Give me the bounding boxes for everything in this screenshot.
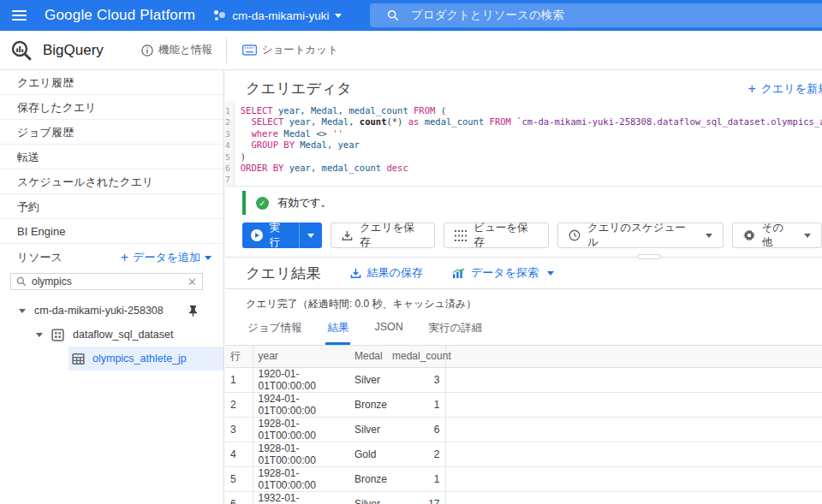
schedule-query-button[interactable]: クエリのスケジュール (557, 222, 724, 248)
add-data-label: データを追加 (133, 250, 200, 265)
table-cell: 3 (387, 367, 445, 392)
sidebar-item-3[interactable]: 転送 (0, 145, 223, 169)
table-row[interactable]: 61932-01-01T00:00:00Silver17 (225, 491, 822, 504)
sidebar: クエリ履歴保存したクエリジョブ履歴転送スケジュールされたクエリ予約BI Engi… (0, 70, 224, 504)
clock-icon (569, 229, 581, 241)
query-editor-title: クエリエディタ (246, 79, 352, 98)
resources-row: リソース + データを追加 (0, 244, 223, 271)
menu-icon[interactable] (3, 0, 34, 31)
sidebar-item-2[interactable]: ジョブ履歴 (0, 120, 223, 145)
table-cell: 1 (387, 466, 445, 491)
run-label: 実行 (270, 221, 290, 250)
sidebar-item-6[interactable]: BI Engine (0, 219, 223, 244)
expand-arrow-icon[interactable] (36, 333, 43, 337)
features-info-label: 機能と情報 (158, 43, 212, 57)
validation-message: 有効です。 (277, 196, 331, 210)
table-cell: 1928-01-01T00:00:00 (253, 466, 349, 491)
expand-arrow-icon[interactable] (19, 309, 26, 313)
save-query-button[interactable]: クエリを保存 (331, 222, 435, 248)
table-cell: 1928-01-01T00:00:00 (253, 417, 349, 442)
global-search-input[interactable]: プロダクトとリソースの検索 (370, 3, 822, 27)
results-tabs: ジョブ情報結果JSON実行の詳細 (225, 315, 822, 346)
save-results-label: 結果の保存 (367, 265, 423, 281)
sql-code[interactable]: SELECT year, Medal, medal_count FROM ( S… (235, 101, 822, 186)
table-cell: 1920-01-01T00:00:00 (253, 367, 349, 392)
run-options-dropdown[interactable] (300, 222, 322, 248)
gcp-brand[interactable]: Google Cloud Platform (45, 7, 195, 24)
sidebar-item-5[interactable]: 予約 (0, 194, 223, 219)
global-search-placeholder: プロダクトとリソースの検索 (411, 8, 564, 23)
tree-item-dataset[interactable]: dataflow_sql_dataset (0, 323, 223, 347)
pin-icon[interactable] (188, 305, 198, 317)
table-row[interactable]: 11920-01-01T00:00:00Silver3 (225, 367, 822, 392)
bigquery-header: BigQuery 機能と情報 ショートカット (0, 31, 822, 70)
tree-item-table-selected[interactable]: olympics_athlete_jp (68, 347, 223, 371)
features-info-link[interactable]: 機能と情報 (141, 43, 212, 57)
gcp-top-bar: Google Cloud Platform cm-da-mikami-yuki … (0, 0, 822, 31)
table-cell: 6 (225, 491, 253, 504)
column-header-2: Medal (349, 346, 387, 367)
table-cell: 3 (225, 417, 253, 442)
clear-search-icon[interactable]: ✕ (188, 276, 197, 288)
save-icon (342, 230, 353, 241)
panel-resize-handle[interactable] (637, 254, 661, 259)
table-row[interactable]: 41928-01-01T00:00:00Gold2 (225, 442, 822, 466)
tab-3[interactable]: 実行の詳細 (427, 315, 485, 345)
sidebar-item-0[interactable]: クエリ履歴 (0, 70, 223, 95)
header-divider (226, 38, 227, 63)
table-cell (445, 392, 822, 417)
resource-search-input[interactable] (32, 276, 182, 288)
gear-icon (743, 229, 755, 241)
explore-data-button[interactable]: データを探索 (452, 265, 554, 281)
chart-icon (452, 268, 465, 279)
table-cell: Silver (349, 367, 387, 392)
chevron-down-icon (307, 234, 314, 238)
table-cell: 2 (387, 442, 445, 466)
shortcuts-link[interactable]: ショートカット (242, 43, 338, 57)
sql-line-1[interactable]: SELECT year, Medal, medal_count FROM ( (241, 105, 822, 116)
table-cell (445, 417, 822, 442)
sql-line-2[interactable]: SELECT year, Medal, count(*) as medal_co… (241, 116, 822, 127)
results-table-header: 行yearMedalmedal_count (225, 346, 822, 367)
valid-check-icon: ✓ (256, 197, 269, 210)
table-cell: 17 (387, 491, 445, 504)
tab-1[interactable]: 結果 (325, 315, 350, 345)
tab-2[interactable]: JSON (372, 315, 404, 345)
save-query-label: クエリを保存 (360, 221, 424, 250)
save-view-button[interactable]: ビューを保存 (444, 222, 549, 248)
sql-editor[interactable]: 1234567 SELECT year, Medal, medal_count … (225, 101, 822, 187)
table-row[interactable]: 31928-01-01T00:00:00Silver6 (225, 417, 822, 442)
save-view-label: ビューを保存 (474, 221, 538, 250)
shortcuts-label: ショートカット (262, 43, 338, 57)
save-results-button[interactable]: 結果の保存 (350, 265, 423, 281)
table-cell: 2 (225, 392, 253, 417)
table-cell: 1 (225, 367, 253, 392)
table-row[interactable]: 51928-01-01T00:00:00Bronze1 (225, 466, 822, 491)
project-selector[interactable]: cm-da-mikami-yuki (214, 9, 342, 22)
tree-item-project[interactable]: cm-da-mikami-yuki-258308 (0, 299, 223, 323)
sidebar-nav: クエリ履歴保存したクエリジョブ履歴転送スケジュールされたクエリ予約BI Engi… (0, 70, 223, 244)
sql-line-6[interactable]: ORDER BY year, medal_count desc (241, 163, 822, 174)
table-cell: 1 (387, 392, 445, 417)
more-options-button[interactable]: その他 (732, 222, 822, 248)
new-query-label: クエリを新規 (761, 81, 822, 97)
query-editor-header: クエリエディタ + クエリを新規 (225, 70, 822, 101)
line-numbers: 1234567 (225, 101, 235, 186)
sql-line-4[interactable]: GROUP BY Medal, year (241, 139, 822, 151)
sidebar-item-1[interactable]: 保存したクエリ (0, 95, 223, 120)
run-query-button[interactable]: 実行 (242, 222, 322, 248)
query-actions-toolbar: 実行 クエリを保存 ビューを保存 クエリのスケジュール その他 (225, 220, 822, 258)
add-data-button[interactable]: + データを追加 (121, 250, 211, 265)
tab-0[interactable]: ジョブ情報 (246, 315, 303, 345)
table-row[interactable]: 21924-01-01T00:00:00Bronze1 (225, 392, 822, 417)
project-icon (214, 9, 226, 21)
sql-line-3[interactable]: where Medal <> '' (241, 128, 822, 139)
compose-new-query-button[interactable]: + クエリを新規 (748, 81, 822, 97)
column-header-4 (445, 346, 822, 367)
sidebar-item-4[interactable]: スケジュールされたクエリ (0, 169, 223, 194)
table-icon (72, 353, 85, 365)
info-icon (141, 44, 153, 56)
sql-line-5[interactable]: ) (241, 151, 822, 163)
sql-line-7[interactable] (241, 174, 822, 185)
resource-search-box[interactable]: ✕ (10, 273, 203, 290)
